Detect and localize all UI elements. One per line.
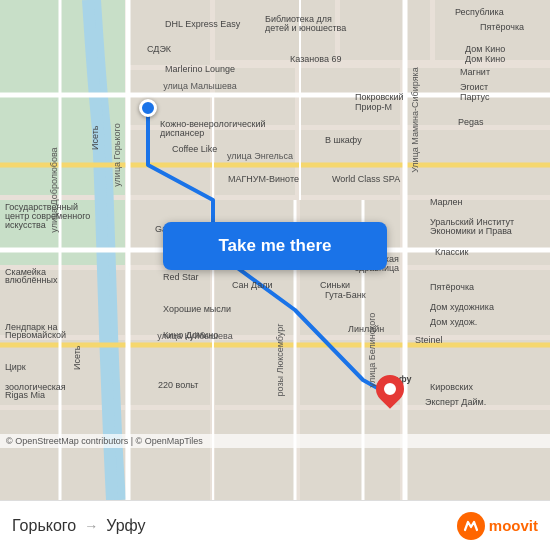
svg-text:Red Star: Red Star [163, 272, 199, 282]
moovit-name: moovit [489, 517, 538, 534]
svg-text:улица Энгельса: улица Энгельса [227, 151, 293, 161]
svg-text:детей и юношества: детей и юношества [265, 23, 346, 33]
route-arrow-icon: → [84, 518, 98, 534]
svg-text:искусства: искусства [5, 220, 46, 230]
svg-text:Экономики и Права: Экономики и Права [430, 226, 512, 236]
svg-text:розы Люксембург: розы Люксембург [275, 323, 285, 397]
svg-text:Линлайн: Линлайн [348, 324, 384, 334]
svg-text:Исеть: Исеть [72, 345, 82, 370]
svg-text:Приор-М: Приор-М [355, 102, 392, 112]
svg-text:Дом художника: Дом художника [430, 302, 494, 312]
svg-text:СДЭК: СДЭК [147, 44, 172, 54]
svg-text:В шкафу: В шкафу [325, 135, 362, 145]
svg-text:Pegas: Pegas [458, 117, 484, 127]
map-container: улица Малышева улица Энгельса улица Карл… [0, 0, 550, 500]
svg-text:Кировских: Кировских [430, 382, 473, 392]
bottom-bar: Горького → Урфу moovit [0, 500, 550, 550]
svg-text:Марлен: Марлен [430, 197, 463, 207]
svg-text:Партус: Партус [460, 92, 490, 102]
svg-text:Хорошие мысли: Хорошие мысли [163, 304, 231, 314]
moovit-logo: moovit [457, 512, 538, 540]
svg-rect-30 [300, 410, 400, 500]
route-to: Урфу [106, 517, 145, 535]
svg-text:220 вольт: 220 вольт [158, 380, 198, 390]
svg-text:МАГНУМ-Виноте: МАГНУМ-Виноте [228, 174, 299, 184]
svg-text:улица Малышева: улица Малышева [163, 81, 236, 91]
svg-text:World Class SPA: World Class SPA [332, 174, 400, 184]
svg-text:диспансер: диспансер [160, 128, 204, 138]
svg-text:Республика: Республика [455, 7, 504, 17]
svg-text:Кино Домино: Кино Домино [163, 330, 218, 340]
svg-text:Дом худож.: Дом худож. [430, 317, 477, 327]
destination-marker [376, 375, 404, 403]
svg-rect-29 [215, 410, 295, 500]
svg-text:влюблённых: влюблённых [5, 275, 58, 285]
svg-text:Магнит: Магнит [460, 67, 490, 77]
svg-rect-28 [130, 410, 210, 500]
svg-text:Улица Мамина-Сибиряка: Улица Мамина-Сибиряка [410, 67, 420, 172]
map-attribution: © OpenStreetMap contributors | © OpenMap… [0, 434, 550, 448]
svg-text:Marlerino Lounge: Marlerino Lounge [165, 64, 235, 74]
svg-text:Казанова 69: Казанова 69 [290, 54, 341, 64]
svg-text:Эксперт Дайм.: Эксперт Дайм. [425, 397, 486, 407]
svg-text:DHL Express Easy: DHL Express Easy [165, 19, 241, 29]
svg-text:Дом Кино: Дом Кино [465, 44, 505, 54]
svg-text:Эгоист: Эгоист [460, 82, 488, 92]
svg-text:Rigas Mia: Rigas Mia [5, 390, 45, 400]
svg-text:Пятёрочка: Пятёрочка [480, 22, 524, 32]
svg-rect-3 [340, 0, 430, 60]
svg-rect-23 [130, 340, 210, 405]
pin-icon [370, 369, 410, 409]
svg-text:Coffee Like: Coffee Like [172, 144, 217, 154]
svg-text:Синьки: Синьки [320, 280, 350, 290]
svg-rect-1 [130, 0, 210, 65]
svg-text:Сан Дали: Сан Дали [232, 280, 272, 290]
moovit-icon [457, 512, 485, 540]
svg-rect-26 [405, 340, 550, 405]
route-from: Горького [12, 517, 76, 535]
svg-text:Дом Кино: Дом Кино [465, 54, 505, 64]
svg-text:улица Горького: улица Горького [112, 123, 122, 186]
take-me-there-button[interactable]: Take me there [163, 222, 387, 270]
svg-text:Исеть: Исеть [90, 125, 100, 150]
svg-text:Цирк: Цирк [5, 362, 26, 372]
origin-marker [139, 99, 157, 117]
route-info: Горького → Урфу [12, 517, 146, 535]
svg-text:Гута-Банк: Гута-Банк [325, 290, 366, 300]
svg-text:Steinel: Steinel [415, 335, 443, 345]
svg-text:Классик: Классик [435, 247, 469, 257]
svg-text:Пятёрочка: Пятёрочка [430, 282, 474, 292]
svg-text:Первомайской: Первомайской [5, 330, 66, 340]
svg-rect-31 [405, 410, 550, 500]
svg-text:Покровский: Покровский [355, 92, 404, 102]
